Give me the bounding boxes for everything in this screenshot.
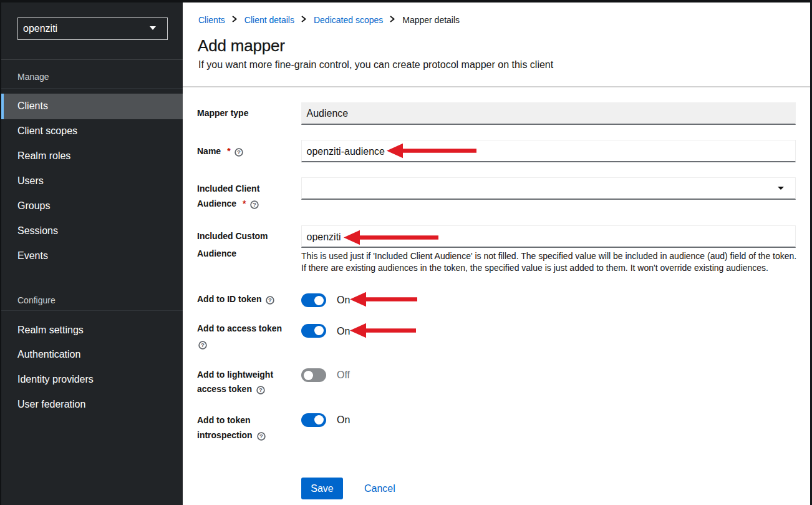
svg-text:?: ? [237,149,241,155]
svg-text:?: ? [259,433,263,439]
svg-text:?: ? [269,297,273,303]
svg-text:?: ? [201,341,205,348]
svg-text:?: ? [253,201,256,208]
svg-text:?: ? [259,386,263,393]
